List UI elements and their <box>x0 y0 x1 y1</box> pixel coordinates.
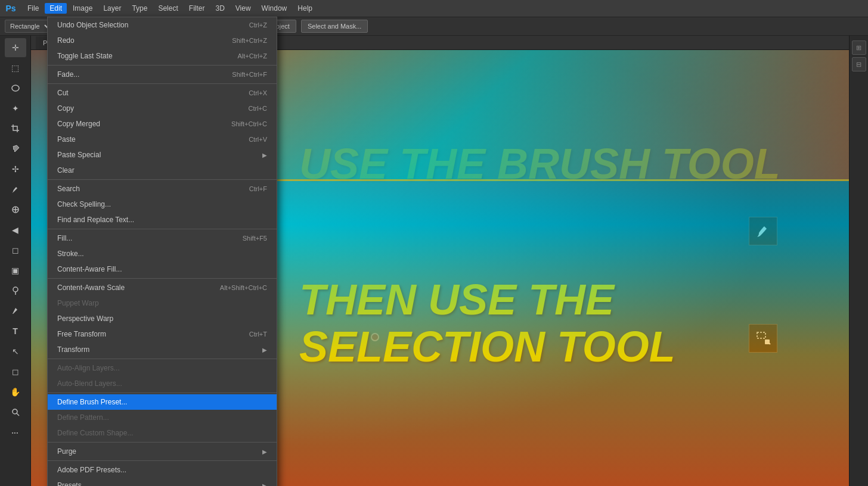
eyedropper-tool[interactable] <box>5 139 26 158</box>
svg-point-2 <box>13 287 18 292</box>
menu-item-label-copy: Copy <box>57 104 249 113</box>
menu-item-cut[interactable]: CutCtrl+X <box>48 85 277 101</box>
menu-shortcut-redo: Shift+Ctrl+Z <box>232 37 267 44</box>
menu-separator <box>48 278 277 279</box>
menu-item-define_brush[interactable]: Define Brush Preset... <box>48 394 277 410</box>
menu-item-fade[interactable]: Fade...Shift+Ctrl+F <box>48 67 277 82</box>
menu-item-label-presets: Presets <box>57 481 262 486</box>
menu-item-transform[interactable]: Transform▶ <box>48 342 277 357</box>
menu-item-free_transform[interactable]: Free TransformCtrl+T <box>48 326 277 342</box>
right-panel: ⊞ ⊟ <box>849 36 868 486</box>
menu-window[interactable]: Window <box>257 3 292 14</box>
menu-item-redo[interactable]: RedoShift+Ctrl+Z <box>48 33 277 48</box>
menu-layer[interactable]: Layer <box>98 3 126 14</box>
menu-shortcut-copy: Ctrl+C <box>249 105 267 112</box>
menu-item-auto_align: Auto-Align Layers... <box>48 360 277 376</box>
menu-help[interactable]: Help <box>293 3 317 14</box>
type-tool[interactable]: T <box>5 322 26 341</box>
menu-item-label-undo: Undo Object Selection <box>57 21 249 29</box>
zoom-tool[interactable] <box>5 403 26 422</box>
menu-shortcut-paste: Ctrl+V <box>249 136 267 143</box>
menu-filter[interactable]: Filter <box>184 3 210 14</box>
menu-separator <box>48 83 277 84</box>
menu-file[interactable]: File <box>23 3 44 14</box>
menu-item-label-paste: Paste <box>57 135 249 144</box>
menu-item-fill[interactable]: Fill...Shift+F5 <box>48 230 277 246</box>
menu-shortcut-fade: Shift+Ctrl+F <box>232 71 267 78</box>
menu-item-search[interactable]: SearchCtrl+F <box>48 181 277 197</box>
menu-separator <box>48 392 277 393</box>
more-tools[interactable]: ••• <box>5 423 26 442</box>
magic-wand-tool[interactable]: ✦ <box>5 99 26 118</box>
path-select-tool[interactable]: ↖ <box>5 342 26 361</box>
shape-select[interactable]: Rectangle <box>5 20 52 33</box>
menu-item-clear[interactable]: Clear <box>48 163 277 178</box>
dodge-tool[interactable] <box>5 281 26 300</box>
menu-item-perspective_warp[interactable]: Perspective Warp <box>48 311 277 326</box>
menu-separator <box>48 229 277 229</box>
pen-tool[interactable] <box>5 301 26 320</box>
menu-item-label-toggle: Toggle Last State <box>57 52 237 60</box>
menu-item-label-fill: Fill... <box>57 234 243 242</box>
menu-item-toggle[interactable]: Toggle Last StateAlt+Ctrl+Z <box>48 48 277 64</box>
menu-item-label-puppet_warp: Puppet Warp <box>57 299 267 307</box>
select-mask-button[interactable]: Select and Mask... <box>301 20 368 33</box>
menu-item-copy[interactable]: CopyCtrl+C <box>48 101 277 116</box>
brush-tool[interactable] <box>5 180 26 199</box>
clone-tool[interactable] <box>5 200 26 219</box>
menu-item-undo[interactable]: Undo Object SelectionCtrl+Z <box>48 17 277 33</box>
heal-tool[interactable]: ✢ <box>5 160 26 179</box>
menu-bar: Ps File Edit Image Layer Type Select Fil… <box>0 0 868 17</box>
ps-logo: Ps <box>2 0 19 17</box>
menu-select[interactable]: Select <box>153 3 182 14</box>
menu-item-label-auto_blend: Auto-Blend Layers... <box>57 379 267 388</box>
menu-item-label-define_pattern: Define Pattern... <box>57 413 267 422</box>
gradient-tool[interactable]: ▣ <box>5 261 26 280</box>
menu-item-label-define_brush: Define Brush Preset... <box>57 398 267 406</box>
menu-item-content_aware_scale[interactable]: Content-Aware ScaleAlt+Shift+Ctrl+C <box>48 280 277 295</box>
menu-item-label-fade: Fade... <box>57 70 232 79</box>
menu-item-presets[interactable]: Presets▶ <box>48 478 277 486</box>
menu-item-check_spelling[interactable]: Check Spelling... <box>48 197 277 212</box>
menu-item-adobe_pdf[interactable]: Adobe PDF Presets... <box>48 462 277 478</box>
svg-point-0 <box>12 85 19 91</box>
edit-dropdown-menu: Undo Object SelectionCtrl+ZRedoShift+Ctr… <box>47 17 277 486</box>
hand-tool[interactable]: ✋ <box>5 382 26 401</box>
menu-item-paste_special[interactable]: Paste Special▶ <box>48 147 277 163</box>
crop-tool[interactable] <box>5 119 26 138</box>
menu-shortcut-content_aware_scale: Alt+Shift+Ctrl+C <box>220 284 267 291</box>
menu-item-paste[interactable]: PasteCtrl+V <box>48 132 277 147</box>
menu-item-label-search: Search <box>57 185 249 193</box>
menu-edit[interactable]: Edit <box>45 3 67 14</box>
menu-item-purge[interactable]: Purge▶ <box>48 444 277 459</box>
right-panel-btn2[interactable]: ⊟ <box>852 57 866 71</box>
eraser-tool[interactable]: ◻ <box>5 241 26 260</box>
menu-view[interactable]: View <box>231 3 256 14</box>
menu-shortcut-undo: Ctrl+Z <box>249 21 267 29</box>
menu-item-label-paste_special: Paste Special <box>57 151 262 159</box>
menu-shortcut-toggle: Alt+Ctrl+Z <box>237 52 267 60</box>
menu-item-stroke[interactable]: Stroke... <box>48 246 277 261</box>
menu-item-label-content_aware_scale: Content-Aware Scale <box>57 284 220 292</box>
menu-item-content_aware_fill[interactable]: Content-Aware Fill... <box>48 261 277 277</box>
lasso-tool[interactable] <box>5 79 26 98</box>
menu-separator <box>48 442 277 443</box>
shape-tool[interactable]: ◻ <box>5 362 26 381</box>
menu-shortcut-free_transform: Ctrl+T <box>249 331 267 338</box>
menu-shortcut-fill: Shift+F5 <box>243 235 267 242</box>
history-brush-tool[interactable]: ◀ <box>5 220 26 239</box>
menu-separator <box>48 460 277 461</box>
menu-3d[interactable]: 3D <box>210 3 229 14</box>
svg-point-3 <box>13 409 17 414</box>
move-tool[interactable]: ✛ <box>5 38 26 57</box>
menu-item-label-redo: Redo <box>57 36 232 45</box>
menu-arrow-presets: ▶ <box>262 482 267 487</box>
right-panel-btn1[interactable]: ⊞ <box>852 40 866 55</box>
menu-item-find_replace[interactable]: Find and Replace Text... <box>48 212 277 228</box>
menu-arrow-purge: ▶ <box>262 448 267 455</box>
menu-image[interactable]: Image <box>68 3 97 14</box>
menu-shortcut-copy_merged: Shift+Ctrl+C <box>231 120 267 127</box>
menu-type[interactable]: Type <box>127 3 152 14</box>
select-rect-tool[interactable]: ⬚ <box>5 58 26 77</box>
menu-item-copy_merged[interactable]: Copy MergedShift+Ctrl+C <box>48 116 277 132</box>
